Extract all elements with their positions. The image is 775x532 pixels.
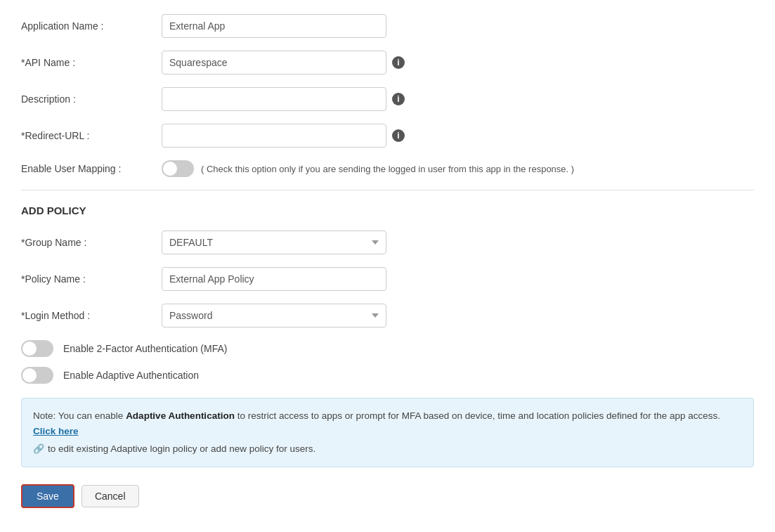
description-input[interactable] (162, 87, 386, 111)
redirect-url-row: *Redirect-URL : i (21, 124, 754, 148)
note-link-row: 🔗 to edit existing Adaptive login policy… (33, 441, 742, 457)
save-button[interactable]: Save (21, 484, 74, 508)
user-mapping-row: Enable User Mapping : ( Check this optio… (21, 160, 754, 177)
group-name-row: *Group Name : DEFAULT Group A Group B (21, 231, 754, 254)
application-name-input-wrap (162, 14, 386, 38)
user-mapping-toggle-wrap: ( Check this option only if you are send… (162, 160, 574, 177)
policy-name-row: *Policy Name : (21, 267, 754, 291)
application-name-row: Application Name : (21, 14, 754, 38)
redirect-url-input-wrap: i (162, 124, 405, 148)
user-mapping-toggle[interactable] (162, 160, 194, 177)
group-name-select-wrap: DEFAULT Group A Group B (162, 231, 386, 254)
login-method-label: *Login Method : (21, 310, 162, 321)
login-method-select-wrap: Password OTP LDAP (162, 304, 386, 327)
description-input-wrap: i (162, 87, 405, 111)
redirect-url-info-icon[interactable]: i (392, 129, 405, 142)
policy-name-label: *Policy Name : (21, 273, 162, 285)
policy-name-input[interactable] (162, 267, 386, 291)
note-box: Note: You can enable Adaptive Authentica… (21, 398, 754, 467)
adaptive-auth-label: Enable Adaptive Authentication (63, 370, 199, 381)
user-mapping-label: Enable User Mapping : (21, 163, 162, 174)
adaptive-auth-toggle[interactable] (21, 367, 53, 384)
external-link-icon: 🔗 (33, 442, 44, 457)
api-name-input[interactable] (162, 51, 386, 74)
api-name-info-icon[interactable]: i (392, 56, 405, 69)
mfa-row: Enable 2-Factor Authentication (MFA) (21, 340, 754, 357)
group-name-label: *Group Name : (21, 237, 162, 248)
note-text-after: to restrict access to apps or prompt for… (235, 410, 720, 421)
description-label: Description : (21, 93, 162, 105)
redirect-url-label: *Redirect-URL : (21, 130, 162, 141)
add-policy-title: ADD POLICY (21, 205, 754, 216)
application-name-label: Application Name : (21, 20, 162, 32)
login-method-row: *Login Method : Password OTP LDAP (21, 304, 754, 327)
redirect-url-input[interactable] (162, 124, 386, 148)
api-name-row: *API Name : i (21, 51, 754, 74)
note-bold: Adaptive Authentication (126, 410, 235, 421)
api-name-input-wrap: i (162, 51, 405, 74)
mfa-label: Enable 2-Factor Authentication (MFA) (63, 343, 227, 354)
description-row: Description : i (21, 87, 754, 111)
policy-name-input-wrap (162, 267, 386, 291)
cancel-button[interactable]: Cancel (82, 485, 139, 507)
login-method-select[interactable]: Password OTP LDAP (162, 304, 386, 327)
adaptive-auth-row: Enable Adaptive Authentication (21, 367, 754, 384)
group-name-select[interactable]: DEFAULT Group A Group B (162, 231, 386, 254)
application-name-input[interactable] (162, 14, 386, 38)
user-mapping-hint: ( Check this option only if you are send… (201, 164, 574, 174)
note-click-here-link[interactable]: Click here (33, 426, 79, 436)
api-name-label: *API Name : (21, 57, 162, 68)
button-row: Save Cancel (21, 484, 754, 508)
mfa-toggle[interactable] (21, 340, 53, 357)
note-text-before: Note: You can enable (33, 410, 126, 421)
note-link-text: to edit existing Adaptive login policy o… (48, 441, 315, 457)
description-info-icon[interactable]: i (392, 93, 405, 105)
section-divider (21, 190, 754, 190)
